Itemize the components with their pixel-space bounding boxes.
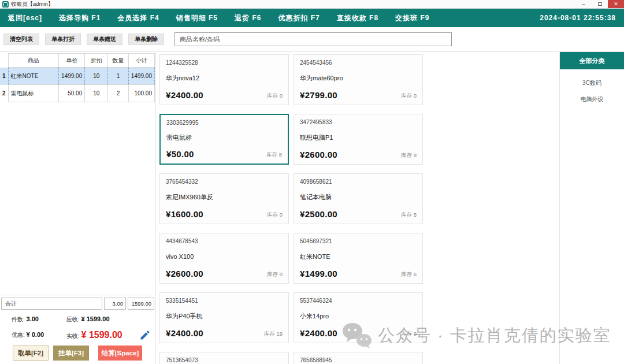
product-code: 3303629995: [166, 120, 282, 126]
product-card[interactable]: 1244325528 华为nova12 ¥2400.00库存 0: [159, 54, 289, 105]
product-code: 4434678543: [166, 238, 283, 244]
product-card[interactable]: 4434678543 vivo X100 ¥2600.00库存 0: [159, 233, 289, 284]
cart-row[interactable]: 2 雷电鼠标 50.00 10 2 100.00: [0, 85, 155, 102]
stock-value: 5: [414, 211, 417, 218]
product-stock: 库存 19: [264, 330, 283, 338]
category-3c-digital[interactable]: 3C数码: [560, 75, 624, 91]
total-label: 合计: [1, 298, 102, 310]
cart-col-price: 单价: [59, 54, 85, 68]
menu-shift-change[interactable]: 交接班 F9: [395, 13, 429, 23]
discount-total-value: ¥ 0.00: [27, 331, 44, 338]
cart-col-product: 商品: [8, 54, 59, 68]
pos-window: 收银员【admin】 – ✕ 返回[esc] 选择导购 F1 会员选择 F4 销…: [0, 0, 624, 364]
price-value: 2600.00: [171, 269, 203, 278]
line-delete-button[interactable]: 单条删除: [128, 34, 164, 45]
product-card[interactable]: 7513654073 realme真我GT ¥1999.00库存 6: [159, 352, 289, 364]
product-code: 3472495833: [300, 119, 417, 125]
stock-label: 库存: [267, 211, 278, 218]
close-button[interactable]: ✕: [608, 0, 624, 8]
currency-symbol: ¥: [166, 149, 172, 159]
product-name: 红米NOTE: [300, 252, 417, 261]
item-count-label: 件数:: [12, 316, 25, 322]
total-qty-box: 3.00: [104, 298, 126, 310]
category-all[interactable]: 全部分类: [560, 52, 624, 69]
total-row: 合计 3.00 1599.00: [1, 298, 154, 310]
cart-item-price: 50.00: [59, 85, 85, 102]
stock-label: 库存: [267, 271, 278, 277]
product-card[interactable]: 5537446324 小米14pro ¥2400.00库存 0: [294, 292, 423, 343]
product-stock: 库存 6: [401, 271, 417, 278]
minimize-icon: –: [582, 1, 585, 7]
product-stock: 库存 0: [267, 211, 283, 219]
cart-col-subtotal: 小计: [128, 54, 154, 68]
menu-direct-pay[interactable]: 直接收款 F8: [337, 13, 378, 23]
price-value: 2400.00: [171, 328, 203, 338]
product-card[interactable]: 5045697321 红米NOTE ¥1499.00库存 6: [294, 233, 423, 284]
stock-label: 库存: [401, 92, 412, 99]
product-name: 笔记本电脑: [300, 193, 417, 202]
cart-row[interactable]: 1 红米NOTE 1499.00 10 1 1499.00: [0, 68, 155, 85]
product-price: ¥1499.00: [300, 269, 337, 278]
price-value: 2600.00: [305, 150, 337, 159]
menu-sales-detail[interactable]: 销售明细 F5: [176, 13, 218, 23]
cart-col-qty: 数量: [108, 54, 129, 68]
cart-panel: 商品 单价 折扣 数量 小计 1 红米NOTE 1499.00 10 1 149…: [0, 52, 156, 364]
item-count: 件数: 3.00: [12, 315, 66, 324]
edit-amount-pencil-icon[interactable]: [139, 329, 151, 341]
cart-header-row: 商品 单价 折扣 数量 小计: [0, 54, 155, 68]
paid-label: 实收:: [66, 333, 80, 339]
product-code: 1244325528: [166, 60, 283, 66]
cart-col-discount: 折扣: [85, 54, 108, 68]
product-code: 5537446324: [300, 298, 417, 304]
product-card[interactable]: 4098658621 笔记本电脑 ¥2500.00库存 5: [294, 173, 423, 224]
category-sidebar: 全部分类 3C数码 电脑外设: [559, 52, 624, 364]
product-card[interactable]: 5335154451 华为P40手机 ¥2400.00库存 19: [159, 292, 289, 343]
line-discount-button[interactable]: 单条打折: [45, 34, 81, 45]
product-name: 联想电脑P1: [300, 133, 417, 142]
search-input[interactable]: [174, 32, 452, 46]
product-code: 4098658621: [300, 179, 417, 185]
minimize-button[interactable]: –: [575, 0, 592, 8]
cart-row-index: 1: [0, 68, 8, 85]
product-stock: 库存 5: [401, 211, 417, 219]
currency-symbol: ¥: [300, 90, 305, 100]
category-computer-peripherals[interactable]: 电脑外设: [560, 91, 624, 107]
paid-total: 实收: ¥ 1599.00: [66, 330, 139, 340]
product-card-selected[interactable]: 3303629995 雷电鼠标 ¥50.00库存 8: [159, 114, 289, 165]
summary-panel: 合计 3.00 1599.00 件数: 3.00 应收: ¥ 1599.00 优…: [0, 295, 155, 364]
stock-value: 0: [414, 92, 417, 99]
cart-item-price: 1499.00: [59, 68, 85, 85]
stock-value: 0: [280, 271, 283, 277]
window-title: 收银员【admin】: [11, 1, 53, 8]
menu-refund[interactable]: 退货 F6: [235, 13, 261, 23]
cart-item-qty: 2: [108, 85, 129, 102]
discount-total: 优惠: ¥ 0.00: [12, 331, 66, 339]
cart-item-name: 红米NOTE: [8, 68, 59, 85]
product-name: vivo X100: [166, 253, 283, 260]
cart-item-subtotal: 1499.00: [128, 68, 154, 85]
product-card[interactable]: 3472495833 联想电脑P1 ¥2600.00库存 8: [294, 114, 423, 165]
cart-item-discount: 10: [85, 68, 108, 85]
settle-button[interactable]: 结算[Space]: [98, 346, 142, 361]
product-card[interactable]: 3765454332 索尼IMX960单反 ¥1600.00库存 0: [159, 173, 289, 224]
restore-button[interactable]: [592, 0, 608, 8]
menu-discount[interactable]: 优惠折扣 F7: [278, 13, 320, 23]
stock-value: 8: [414, 152, 417, 158]
product-card[interactable]: 2454543456 华为mate60pro ¥2799.00库存 0: [294, 54, 423, 105]
price-value: 2799.00: [305, 90, 337, 100]
product-stock: 库存 8: [401, 152, 417, 159]
menu-member-select[interactable]: 会员选择 F4: [117, 13, 159, 23]
stock-label: 库存: [401, 330, 412, 337]
take-order-button[interactable]: 取单[F2]: [13, 346, 49, 361]
clear-list-button[interactable]: 清空列表: [3, 34, 39, 45]
stock-value: 0: [280, 211, 283, 218]
hold-order-button[interactable]: 挂单[F3]: [53, 346, 89, 361]
menu-return[interactable]: 返回[esc]: [8, 13, 42, 23]
restore-icon: [598, 2, 602, 6]
product-price: ¥2400.00: [166, 90, 203, 100]
line-gift-button[interactable]: 单条赠送: [87, 34, 122, 45]
menu-select-guide[interactable]: 选择导购 F1: [59, 13, 101, 23]
product-card[interactable]: 7656588945 荣耀100 ¥2644.00库存 0: [294, 352, 423, 364]
cart-col-index: [0, 54, 8, 68]
price-value: 1600.00: [171, 209, 203, 219]
